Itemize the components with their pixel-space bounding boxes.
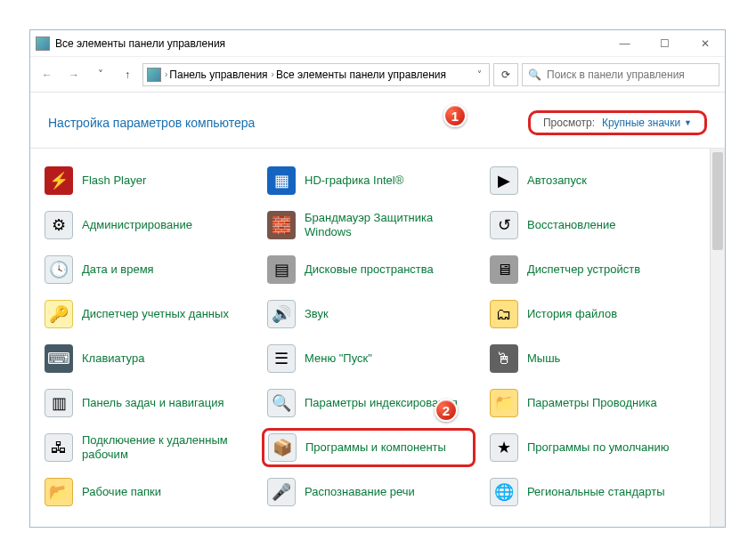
cp-item-intel-hd[interactable]: ▦HD-графика Intel® [262, 161, 476, 200]
cp-item-work-folders[interactable]: 📂Рабочие папки [39, 472, 253, 512]
close-button[interactable]: ✕ [685, 31, 725, 56]
address-icon [147, 68, 161, 82]
refresh-button[interactable]: ⟳ [493, 63, 518, 86]
view-by-label: Просмотр: [543, 117, 595, 129]
item-label: Брандмауэр Защитника Windows [305, 211, 470, 238]
cp-item-firewall[interactable]: 🧱Брандмауэр Защитника Windows [262, 206, 476, 245]
breadcrumb-label: Панель управления [169, 69, 267, 81]
cp-item-taskbar-nav[interactable]: ▥Панель задач и навигация [39, 383, 253, 423]
item-label: Flash Player [82, 174, 146, 188]
chevron-down-icon: ▼ [684, 118, 692, 127]
page-title: Настройка параметров компьютера [48, 116, 255, 130]
cp-item-sound[interactable]: 🔊Звук [262, 295, 476, 334]
cp-item-keyboard[interactable]: ⌨Клавиатура [39, 339, 253, 378]
cp-item-mouse[interactable]: 🖱Мышь [484, 339, 698, 378]
cp-item-date-time[interactable]: 🕓Дата и время [39, 250, 253, 289]
up-button[interactable]: ˅ [89, 63, 112, 86]
speech-icon: 🎤 [267, 478, 296, 506]
sound-icon: 🔊 [267, 300, 296, 328]
taskbar-nav-icon: ▥ [45, 389, 73, 417]
remote-desktop-icon: 🖧 [45, 433, 73, 462]
address-bar[interactable]: › Панель управления › Все элементы панел… [142, 63, 490, 86]
scrollbar-thumb[interactable] [712, 152, 723, 250]
cp-item-administration[interactable]: ⚙Администрирование [39, 206, 253, 245]
breadcrumb-segment-1[interactable]: › Все элементы панели управления [272, 69, 446, 81]
sub-header: Настройка параметров компьютера Просмотр… [30, 93, 725, 148]
annotation-badge-2: 2 [435, 399, 458, 422]
keyboard-icon: ⌨ [45, 344, 73, 373]
programs-features-icon: 📦 [268, 433, 297, 462]
item-label: Дисковые пространства [305, 262, 434, 277]
cp-item-programs-features[interactable]: 📦Программы и компоненты [262, 428, 476, 467]
navigation-bar: ← → ˅ ↑ › Панель управления › Все элемен… [30, 57, 725, 93]
cp-item-credential-mgr[interactable]: 🔑Диспетчер учетных данных [39, 295, 253, 334]
items-grid: ⚡Flash Player▦HD-графика Intel®▶Автозапу… [39, 161, 716, 512]
item-label: Параметры Проводника [527, 396, 657, 410]
control-panel-window: Все элементы панели управления — ☐ ✕ ← →… [29, 29, 726, 528]
cp-item-storage-spaces[interactable]: ▤Дисковые пространства [262, 250, 476, 289]
item-label: HD-графика Intel® [305, 174, 403, 188]
item-label: Администрирование [82, 218, 192, 232]
back-button[interactable]: ← [36, 63, 59, 86]
chevron-right-icon: › [165, 69, 167, 79]
window-title: Все элементы панели управления [55, 37, 225, 50]
cp-item-explorer-options[interactable]: 📁Параметры Проводника [484, 383, 698, 423]
cp-item-autoplay[interactable]: ▶Автозапуск [484, 161, 698, 200]
cp-item-speech[interactable]: 🎤Распознавание речи [262, 472, 476, 512]
cp-item-remote-desktop[interactable]: 🖧Подключение к удаленным рабочим [39, 428, 253, 467]
window-controls: — ☐ ✕ [605, 31, 725, 56]
item-label: Программы и компоненты [305, 440, 446, 455]
cp-item-file-history[interactable]: 🗂История файлов [484, 295, 698, 334]
annotation-badge-1: 1 [443, 104, 467, 127]
device-manager-icon: 🖥 [490, 255, 518, 284]
item-label: Рабочие папки [82, 485, 161, 499]
cp-item-default-programs[interactable]: ★Программы по умолчанию [484, 428, 698, 467]
item-label: Мышь [527, 351, 560, 366]
content-area: ⚡Flash Player▦HD-графика Intel®▶Автозапу… [30, 148, 725, 527]
view-by-control[interactable]: Просмотр: Крупные значки ▼ [528, 110, 707, 135]
cp-item-regional[interactable]: 🌐Региональные стандарты [484, 472, 698, 512]
storage-spaces-icon: ▤ [267, 255, 296, 284]
forward-button[interactable]: → [62, 63, 85, 86]
item-label: Диспетчер учетных данных [82, 307, 229, 321]
item-label: Региональные стандарты [527, 485, 664, 499]
app-icon [36, 36, 50, 51]
item-label: Программы по умолчанию [527, 440, 669, 455]
item-label: Панель задач и навигация [82, 396, 224, 410]
cp-item-device-manager[interactable]: 🖥Диспетчер устройств [484, 250, 698, 289]
up-dir-button[interactable]: ↑ [116, 63, 139, 86]
maximize-button[interactable]: ☐ [645, 31, 685, 56]
search-input[interactable]: 🔍 Поиск в панели управления [522, 63, 719, 86]
item-label: Подключение к удаленным рабочим [82, 433, 248, 461]
vertical-scrollbar[interactable] [710, 149, 725, 527]
item-label: Распознавание речи [305, 485, 415, 499]
search-placeholder: Поиск в панели управления [547, 69, 685, 81]
view-by-value[interactable]: Крупные значки ▼ [602, 117, 692, 129]
search-icon: 🔍 [528, 69, 541, 81]
cp-item-flash-player[interactable]: ⚡Flash Player [39, 161, 253, 200]
item-label: Меню "Пуск" [305, 351, 372, 366]
item-label: Восстановление [527, 218, 615, 232]
chevron-right-icon: › [272, 69, 274, 79]
item-label: История файлов [527, 307, 617, 321]
credential-mgr-icon: 🔑 [45, 300, 73, 328]
item-label: Диспетчер устройств [527, 262, 640, 277]
item-label: Клавиатура [82, 351, 144, 366]
default-programs-icon: ★ [490, 433, 518, 462]
firewall-icon: 🧱 [267, 211, 296, 239]
file-history-icon: 🗂 [490, 300, 518, 328]
item-label: Автозапуск [527, 174, 587, 188]
administration-icon: ⚙ [45, 211, 73, 239]
cp-item-start-menu[interactable]: ☰Меню "Пуск" [262, 339, 476, 378]
minimize-button[interactable]: — [605, 31, 645, 56]
item-label: Звук [305, 307, 329, 321]
breadcrumb-label: Все элементы панели управления [276, 69, 446, 81]
breadcrumb-segment-0[interactable]: › Панель управления [165, 69, 268, 81]
intel-hd-icon: ▦ [267, 166, 296, 195]
regional-icon: 🌐 [490, 478, 518, 506]
address-dropdown[interactable]: ˅ [474, 69, 485, 79]
indexing-icon: 🔍 [267, 389, 296, 417]
titlebar: Все элементы панели управления — ☐ ✕ [30, 30, 725, 57]
autoplay-icon: ▶ [490, 166, 518, 195]
cp-item-recovery[interactable]: ↺Восстановление [484, 206, 698, 245]
